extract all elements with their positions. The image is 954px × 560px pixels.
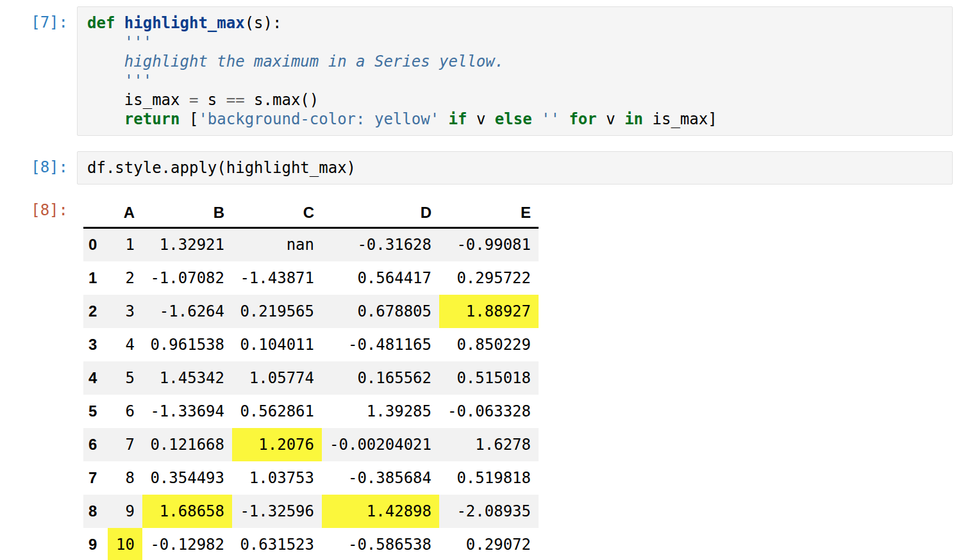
row-index: 2 — [83, 295, 108, 328]
df-cell: -0.063328 — [439, 395, 539, 428]
df-cell: -1.33694 — [142, 395, 232, 428]
df-cell: 1.68658 — [142, 495, 232, 528]
code-token: if — [449, 110, 467, 128]
column-header-A: A — [108, 200, 142, 228]
df-cell: 1 — [108, 228, 142, 261]
df-cell: -1.6264 — [142, 295, 232, 328]
code-token: highlight the maximum in a Series yellow… — [124, 53, 504, 70]
code-token: (s): — [245, 14, 282, 32]
df-cell: -0.31628 — [322, 228, 439, 261]
code-token: s — [198, 91, 226, 109]
code-editor-7[interactable]: def highlight_max(s): ''' highlight the … — [77, 6, 953, 136]
df-cell: 1.6278 — [439, 428, 539, 461]
code-token — [87, 72, 124, 90]
table-row: 011.32921nan-0.31628-0.99081 — [83, 228, 539, 261]
code-token: '' — [541, 110, 560, 128]
df-cell: -1.32596 — [232, 495, 322, 528]
row-index: 6 — [83, 428, 108, 461]
df-cell: 2 — [108, 261, 142, 295]
row-index: 1 — [83, 261, 108, 295]
code-cell-7: [7]: def highlight_max(s): ''' highlight… — [0, 6, 954, 136]
row-index: 4 — [83, 361, 108, 395]
table-row: 670.1216681.2076-0.002040211.6278 — [83, 428, 539, 461]
row-index: 5 — [83, 395, 108, 428]
header-row: ABCDE — [83, 200, 539, 228]
df-cell: 1.39285 — [322, 395, 439, 428]
df-cell: nan — [232, 228, 322, 261]
df-cell: 9 — [108, 495, 142, 528]
code-token: for — [569, 110, 596, 128]
df-cell: -1.07082 — [142, 261, 232, 295]
code-token: ''' — [124, 33, 152, 51]
column-header-E: E — [439, 200, 539, 228]
notebook: [7]: def highlight_max(s): ''' highlight… — [0, 0, 954, 560]
code-token — [439, 110, 448, 128]
code-token — [560, 110, 569, 128]
df-cell: 0.29072 — [439, 528, 539, 560]
df-cell: 5 — [108, 361, 142, 395]
df-cell: -0.481165 — [322, 328, 439, 361]
df-cell: 4 — [108, 328, 142, 361]
column-header-D: D — [322, 200, 439, 228]
df-cell: -0.385684 — [322, 461, 439, 495]
df-cell: 0.631523 — [232, 528, 322, 560]
dataframe-table: ABCDE 011.32921nan-0.31628-0.9908112-1.0… — [83, 200, 539, 560]
row-index: 0 — [83, 228, 108, 261]
code-editor-8[interactable]: df.style.apply(highlight_max) — [77, 151, 953, 185]
table-row: 56-1.336940.5628611.39285-0.063328 — [83, 395, 539, 428]
prompt-column: [7]: — [0, 6, 77, 31]
df-cell: 1.32921 — [142, 228, 232, 261]
df-cell: 0.850229 — [439, 328, 539, 361]
table-row: 910-0.129820.631523-0.5865380.29072 — [83, 528, 539, 560]
df-cell: -0.586538 — [322, 528, 439, 560]
df-cell: -0.12982 — [142, 528, 232, 560]
output-area: ABCDE 011.32921nan-0.31628-0.9908112-1.0… — [77, 200, 954, 560]
df-cell: 7 — [108, 428, 142, 461]
code-token: ''' — [124, 72, 152, 90]
input-prompt-8: [8]: — [0, 158, 68, 176]
df-cell: 1.88927 — [439, 295, 539, 328]
df-cell: 0.354493 — [142, 461, 232, 495]
df-cell: 0.678805 — [322, 295, 439, 328]
output-prompt-8: [8]: — [0, 201, 68, 219]
code-token: return — [124, 110, 180, 128]
code-token: else — [495, 110, 532, 128]
df-cell: 0.519818 — [439, 461, 539, 495]
code-token: is_max — [87, 91, 189, 109]
code-token — [532, 110, 541, 128]
df-cell: 0.564417 — [322, 261, 439, 295]
df-cell: 0.165562 — [322, 361, 439, 395]
table-row: 451.453421.057740.1655620.515018 — [83, 361, 539, 395]
input-prompt-7: [7]: — [0, 13, 68, 31]
df-cell: 1.2076 — [232, 428, 322, 461]
df-cell: 0.515018 — [439, 361, 539, 395]
df-cell: 8 — [108, 461, 142, 495]
df-cell: 3 — [108, 295, 142, 328]
row-index: 3 — [83, 328, 108, 361]
df-cell: 0.961538 — [142, 328, 232, 361]
code-content-7: def highlight_max(s): ''' highlight the … — [87, 13, 942, 129]
df-cell: 1.05774 — [232, 361, 322, 395]
code-token: s.max() — [245, 91, 319, 109]
code-token: def — [87, 14, 115, 32]
code-token: = — [189, 91, 198, 109]
column-header-B: B — [142, 200, 232, 228]
code-token: in — [624, 110, 643, 128]
code-token — [115, 14, 124, 32]
code-token: df.style.apply(highlight_max) — [87, 159, 356, 177]
code-token: == — [226, 91, 245, 109]
df-cell: 6 — [108, 395, 142, 428]
prompt-column: [8]: — [0, 151, 77, 176]
df-cell: 0.121668 — [142, 428, 232, 461]
row-index: 8 — [83, 495, 108, 528]
table-row: 780.3544931.03753-0.3856840.519818 — [83, 461, 539, 495]
df-cell: -1.43871 — [232, 261, 322, 295]
df-cell: -2.08935 — [439, 495, 539, 528]
df-cell: 1.45342 — [142, 361, 232, 395]
df-cell: -0.00204021 — [322, 428, 439, 461]
code-token: [ — [180, 110, 199, 128]
dataframe-header: ABCDE — [83, 200, 539, 228]
code-token: highlight_max — [124, 14, 245, 32]
table-row: 891.68658-1.325961.42898-2.08935 — [83, 495, 539, 528]
df-cell: 10 — [108, 528, 142, 560]
